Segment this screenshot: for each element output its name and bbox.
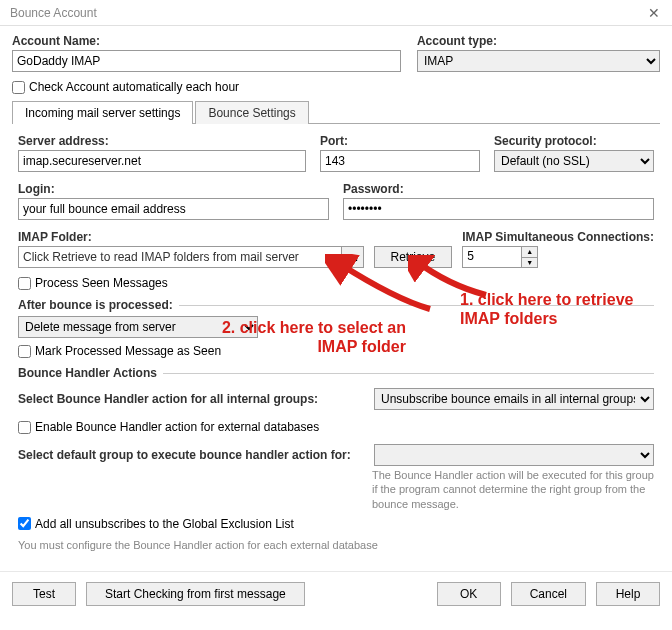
footer: Test Start Checking from first message O… — [0, 571, 672, 616]
after-bounce-select[interactable]: Delete message from server — [18, 316, 258, 338]
help-button[interactable]: Help — [596, 582, 660, 606]
port-label: Port: — [320, 134, 480, 148]
server-input[interactable] — [18, 150, 306, 172]
enable-external-label: Enable Bounce Handler action for externa… — [35, 420, 319, 434]
port-input[interactable] — [320, 150, 480, 172]
process-seen-checkbox[interactable] — [18, 277, 31, 290]
default-group-select[interactable] — [374, 444, 654, 466]
connections-spinner[interactable]: 5 ▲ ▼ — [462, 246, 538, 268]
titlebar: Bounce Account ✕ — [0, 0, 672, 26]
server-label: Server address: — [18, 134, 306, 148]
password-label: Password: — [343, 182, 654, 196]
account-type-label: Account type: — [417, 34, 660, 48]
cancel-button[interactable]: Cancel — [511, 582, 586, 606]
imap-folder-label: IMAP Folder: — [18, 230, 364, 244]
start-checking-button[interactable]: Start Checking from first message — [86, 582, 305, 606]
process-seen-label: Process Seen Messages — [35, 276, 168, 290]
check-auto-label: Check Account automatically each hour — [29, 80, 239, 94]
account-name-input[interactable] — [12, 50, 401, 72]
add-unsub-label: Add all unsubscribes to the Global Exclu… — [35, 517, 294, 531]
check-auto-checkbox[interactable] — [12, 81, 25, 94]
account-type-select[interactable]: IMAP — [417, 50, 660, 72]
add-unsub-checkbox[interactable] — [18, 517, 31, 530]
spin-down-icon[interactable]: ▼ — [522, 258, 537, 268]
login-label: Login: — [18, 182, 329, 196]
mark-processed-checkbox[interactable] — [18, 345, 31, 358]
login-input[interactable] — [18, 198, 329, 220]
bh-internal-select[interactable]: Unsubscribe bounce emails in all interna… — [374, 388, 654, 410]
tabs: Incoming mail server settings Bounce Set… — [12, 100, 660, 124]
password-input[interactable] — [343, 198, 654, 220]
imap-folder-field[interactable]: Click Retrieve to read IMAP folders from… — [18, 246, 364, 268]
tab-incoming[interactable]: Incoming mail server settings — [12, 101, 193, 124]
connections-value: 5 — [463, 247, 521, 267]
spin-up-icon[interactable]: ▲ — [522, 247, 537, 258]
default-group-label: Select default group to execute bounce h… — [18, 448, 364, 462]
security-label: Security protocol: — [494, 134, 654, 148]
imap-folder-text: Click Retrieve to read IMAP folders from… — [19, 248, 341, 266]
retrieve-button[interactable]: Retrieve — [374, 246, 453, 268]
connections-label: IMAP Simultaneous Connections: — [462, 230, 654, 244]
security-select[interactable]: Default (no SSL) — [494, 150, 654, 172]
close-icon[interactable]: ✕ — [644, 5, 664, 21]
mark-processed-label: Mark Processed Message as Seen — [35, 344, 221, 358]
default-group-note: The Bounce Handler action will be execut… — [372, 468, 660, 511]
bh-internal-label: Select Bounce Handler action for all int… — [18, 392, 364, 406]
imap-folder-browse-button[interactable]: … — [341, 247, 363, 267]
test-button[interactable]: Test — [12, 582, 76, 606]
tab-bounce-settings[interactable]: Bounce Settings — [195, 101, 308, 124]
after-bounce-label: After bounce is processed: — [18, 298, 654, 312]
enable-external-checkbox[interactable] — [18, 421, 31, 434]
ok-button[interactable]: OK — [437, 582, 501, 606]
window-title: Bounce Account — [10, 6, 97, 20]
bounce-handler-header: Bounce Handler Actions — [18, 366, 654, 380]
config-note: You must configure the Bounce Handler ac… — [12, 537, 660, 557]
account-name-label: Account Name: — [12, 34, 401, 48]
